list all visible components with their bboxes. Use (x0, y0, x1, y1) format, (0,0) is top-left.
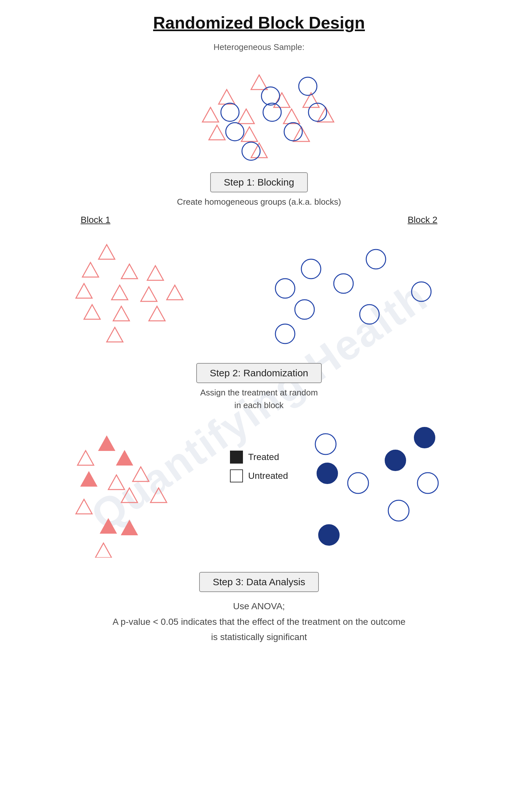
blocks-diagram (0, 227, 518, 356)
svg-marker-6 (284, 109, 300, 124)
svg-marker-31 (107, 327, 123, 342)
treated-icon (230, 451, 243, 464)
svg-marker-25 (112, 285, 128, 300)
svg-marker-2 (274, 93, 290, 107)
content: Randomized Block Design Heterogeneous Sa… (0, 6, 518, 651)
svg-point-55 (318, 525, 339, 545)
svg-point-59 (388, 500, 409, 521)
rand-block1 (64, 418, 214, 559)
svg-marker-47 (108, 475, 124, 490)
untreated-label: Untreated (248, 471, 288, 481)
svg-point-36 (412, 282, 431, 301)
svg-marker-22 (121, 264, 138, 279)
svg-point-52 (414, 427, 435, 448)
svg-marker-50 (76, 499, 92, 514)
svg-marker-26 (141, 287, 157, 301)
svg-point-13 (299, 77, 317, 95)
svg-point-35 (334, 274, 353, 293)
svg-marker-7 (318, 107, 334, 122)
svg-point-33 (366, 250, 386, 269)
svg-marker-27 (167, 285, 183, 300)
page-title: Randomized Block Design (153, 13, 365, 32)
svg-point-38 (360, 304, 379, 324)
svg-marker-44 (121, 520, 138, 535)
step1-desc: Create homogeneous groups (a.k.a. blocks… (177, 196, 341, 208)
svg-marker-43 (100, 519, 116, 533)
rand-legend: Treated Untreated (214, 418, 305, 483)
svg-point-15 (263, 103, 281, 121)
svg-marker-30 (149, 306, 165, 321)
svg-point-58 (418, 473, 438, 493)
svg-marker-1 (219, 90, 235, 104)
svg-marker-24 (76, 284, 92, 298)
block2-label: Block 2 (408, 215, 437, 225)
svg-marker-20 (98, 244, 115, 259)
svg-point-54 (317, 463, 338, 484)
svg-point-37 (295, 300, 314, 319)
block1-label: Block 1 (81, 215, 111, 225)
svg-point-56 (315, 434, 336, 455)
svg-marker-28 (84, 304, 100, 319)
rand-block2 (305, 418, 454, 559)
svg-point-16 (309, 103, 327, 121)
legend-untreated: Untreated (230, 469, 288, 483)
svg-marker-4 (202, 107, 219, 122)
step2-desc: Assign the treatment at random in each b… (200, 386, 318, 412)
svg-point-53 (385, 450, 406, 471)
svg-point-57 (348, 473, 369, 493)
svg-marker-10 (293, 127, 310, 141)
svg-marker-40 (98, 436, 115, 451)
svg-point-34 (276, 279, 295, 298)
svg-marker-41 (116, 451, 133, 465)
svg-marker-48 (121, 488, 138, 502)
legend: Treated Untreated (230, 451, 288, 483)
svg-marker-0 (251, 75, 267, 90)
svg-marker-23 (147, 266, 164, 280)
step2-box: Step 2: Randomization (196, 363, 322, 383)
svg-marker-8 (209, 125, 225, 140)
heterogeneous-label: Heterogeneous Sample: (213, 42, 304, 52)
svg-marker-51 (95, 543, 112, 558)
svg-point-32 (301, 259, 321, 279)
legend-treated: Treated (230, 451, 288, 464)
svg-point-39 (276, 324, 295, 344)
svg-marker-45 (78, 451, 94, 465)
randomization-section: Treated Untreated (64, 418, 454, 559)
svg-marker-42 (81, 472, 97, 486)
svg-marker-29 (113, 306, 130, 321)
svg-point-17 (226, 123, 244, 141)
step3-box: Step 3: Data Analysis (199, 572, 319, 592)
heterogeneous-diagram (0, 56, 518, 166)
svg-marker-21 (82, 262, 98, 277)
svg-marker-5 (238, 109, 254, 124)
untreated-icon (230, 469, 243, 483)
blocks-label-row: Block 1 Block 2 (81, 215, 437, 225)
svg-point-14 (221, 103, 239, 121)
step3-desc: Use ANOVA; A p-value < 0.05 indicates th… (113, 599, 405, 645)
svg-point-12 (261, 87, 280, 105)
svg-marker-49 (150, 488, 167, 502)
svg-point-18 (284, 123, 302, 141)
treated-label: Treated (248, 452, 279, 462)
svg-marker-46 (133, 467, 149, 482)
page-container: Quantifying Health Randomized Block Desi… (0, 0, 518, 812)
step1-box: Step 1: Blocking (210, 172, 308, 192)
